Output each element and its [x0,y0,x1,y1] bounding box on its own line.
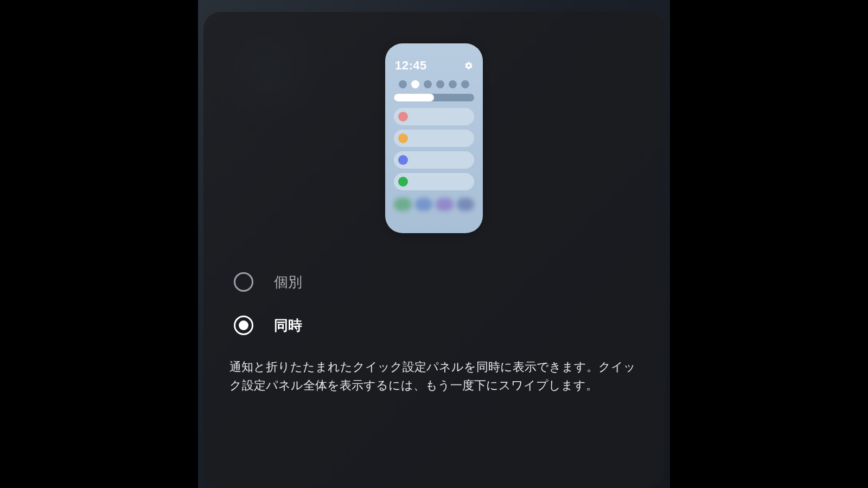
preview-notification-2 [394,130,474,147]
preview-notification-4 [394,173,474,190]
option-together-label: 同時 [274,316,302,335]
pillarbox-left [0,0,198,488]
panel-preview: 12:45 [385,43,483,233]
preview-page-dots [393,80,475,88]
settings-card: 12:45 個別 [203,12,665,488]
preview-blurred-row [394,198,474,211]
preview-time: 12:45 [395,59,427,73]
settings-content: 12:45 個別 [198,0,670,488]
gear-icon [464,61,473,70]
preview-notification-3 [394,151,474,169]
preview-notification-1 [394,108,474,125]
option-separate-label: 個別 [274,273,302,292]
option-together[interactable]: 同時 [234,304,634,347]
options-group: 個別 同時 [203,260,665,347]
radio-together[interactable] [234,316,253,335]
option-separate[interactable]: 個別 [234,260,634,304]
preview-header: 12:45 [393,59,475,77]
option-description: 通知と折りたたまれたクイック設定パネルを同時に表示できます。クイック設定パネル全… [203,347,665,395]
pillarbox-right [670,0,868,488]
preview-brightness-slider [394,94,474,101]
radio-separate[interactable] [234,272,253,292]
